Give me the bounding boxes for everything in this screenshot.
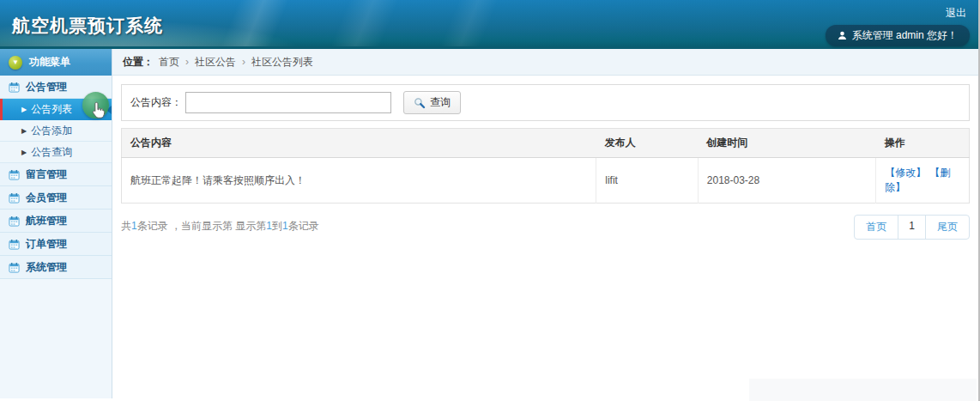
search-input[interactable] <box>185 92 391 113</box>
sidebar-item-system-mgmt[interactable]: 系统管理 <box>0 256 112 279</box>
sidebar: ▼ 功能菜单 公告管理 ▶ 公告列表 ▶ 公告添加 ▶ 公告查询 <box>0 49 112 398</box>
calendar-icon <box>9 239 20 250</box>
last-page-button[interactable]: 尾页 <box>925 216 969 239</box>
calendar-icon <box>9 82 20 93</box>
calendar-icon <box>9 216 20 227</box>
cell-publisher: lifit <box>596 158 699 204</box>
user-icon <box>838 31 847 40</box>
col-header-content: 公告内容 <box>122 129 596 158</box>
sidebar-item-message-mgmt[interactable]: 留言管理 <box>0 163 112 186</box>
arrow-right-icon: ▶ <box>21 106 27 113</box>
summary-text: 条记录 ，当前显示第 显示第 <box>137 220 267 232</box>
notice-table: 公告内容 发布人 创建时间 操作 航班正常起降！请乘客按照顺序出入！ lifit… <box>121 128 970 204</box>
summary-count: 1 <box>131 220 137 232</box>
sidebar-item-notice-mgmt[interactable]: 公告管理 <box>0 76 112 99</box>
table-row: 航班正常起降！请乘客按照顺序出入！ lifit 2018-03-28 【修改】【… <box>122 158 970 204</box>
calendar-icon <box>9 192 20 204</box>
current-page: 1 <box>898 216 925 239</box>
main-content: 位置： 首页 › 社区公告 › 社区公告列表 公告内容： 查询 <box>112 49 978 398</box>
breadcrumb-prefix: 位置： <box>123 55 154 70</box>
sidebar-item-label: 公告添加 <box>31 124 72 138</box>
sidebar-filler <box>0 279 112 398</box>
sidebar-item-flight-mgmt[interactable]: 航班管理 <box>0 210 112 233</box>
summary-text: 条记录 <box>288 220 319 232</box>
first-page-button[interactable]: 首页 <box>855 216 898 239</box>
summary-to: 1 <box>282 220 288 232</box>
breadcrumb-notice-list[interactable]: 社区公告列表 <box>251 55 313 70</box>
sidebar-item-label: 留言管理 <box>26 167 67 182</box>
app-window: 航空机票预订系统 退出 系统管理 admin 您好！ ▼ 功能菜单 公告管理 ▶ <box>0 0 980 401</box>
sidebar-item-label: 公告管理 <box>26 80 67 94</box>
breadcrumb-separator: › <box>185 56 189 68</box>
breadcrumb-separator: › <box>242 56 245 68</box>
chevron-down-icon: ▼ <box>9 56 22 70</box>
sidebar-item-label: 会员管理 <box>26 191 67 205</box>
summary-text: 共 <box>121 220 131 232</box>
cell-notice-content: 航班正常起降！请乘客按照顺序出入！ <box>122 158 596 204</box>
sidebar-item-label: 公告查询 <box>31 145 72 160</box>
sidebar-item-label: 系统管理 <box>26 260 67 275</box>
search-button-label: 查询 <box>430 95 451 110</box>
record-summary: 共1条记录 ，当前显示第 显示第1到1条记录 <box>121 215 319 234</box>
calendar-icon <box>9 262 20 273</box>
cell-created: 2018-03-28 <box>698 158 875 204</box>
sidebar-menu-header[interactable]: ▼ 功能菜单 <box>0 49 112 76</box>
breadcrumb-home[interactable]: 首页 <box>159 55 179 70</box>
sidebar-item-notice-query[interactable]: ▶ 公告查询 <box>0 142 112 163</box>
search-panel: 公告内容： 查询 <box>121 84 970 121</box>
selected-notch-icon <box>106 106 112 114</box>
summary-text: 到 <box>272 220 282 232</box>
cell-actions: 【修改】【删除】 <box>876 158 970 204</box>
table-header-row: 公告内容 发布人 创建时间 操作 <box>122 129 970 158</box>
search-icon <box>414 97 426 109</box>
sidebar-item-label: 航班管理 <box>26 214 67 228</box>
edit-link[interactable]: 【修改】 <box>885 167 926 179</box>
search-button[interactable]: 查询 <box>403 91 461 114</box>
user-greeting-badge[interactable]: 系统管理 admin 您好！ <box>826 25 970 46</box>
sidebar-item-notice-add[interactable]: ▶ 公告添加 <box>0 120 112 142</box>
bottom-right-panel <box>749 379 977 401</box>
col-header-publisher: 发布人 <box>596 129 699 158</box>
sidebar-item-order-mgmt[interactable]: 订单管理 <box>0 233 112 256</box>
sidebar-menu-title: 功能菜单 <box>29 55 70 70</box>
app-header: 航空机票预订系统 退出 系统管理 admin 您好！ <box>0 0 978 49</box>
col-header-actions: 操作 <box>876 129 970 158</box>
sidebar-item-notice-list[interactable]: ▶ 公告列表 <box>0 99 112 120</box>
search-label: 公告内容： <box>130 95 182 110</box>
breadcrumb-community-notice[interactable]: 社区公告 <box>195 55 236 70</box>
sidebar-item-label: 公告列表 <box>31 102 72 117</box>
app-title: 航空机票预订系统 <box>12 14 163 38</box>
arrow-right-icon: ▶ <box>21 127 27 135</box>
sidebar-item-member-mgmt[interactable]: 会员管理 <box>0 186 112 210</box>
breadcrumb: 位置： 首页 › 社区公告 › 社区公告列表 <box>112 49 978 76</box>
logout-link[interactable]: 退出 <box>946 6 966 21</box>
user-greeting-text: 系统管理 admin 您好！ <box>852 28 958 43</box>
arrow-right-icon: ▶ <box>21 149 27 156</box>
pagination: 首页 1 尾页 <box>854 215 970 240</box>
table-footer: 共1条记录 ，当前显示第 显示第1到1条记录 首页 1 尾页 <box>121 215 970 240</box>
col-header-created: 创建时间 <box>698 129 875 158</box>
calendar-icon <box>9 169 20 180</box>
sidebar-item-label: 订单管理 <box>26 237 67 252</box>
